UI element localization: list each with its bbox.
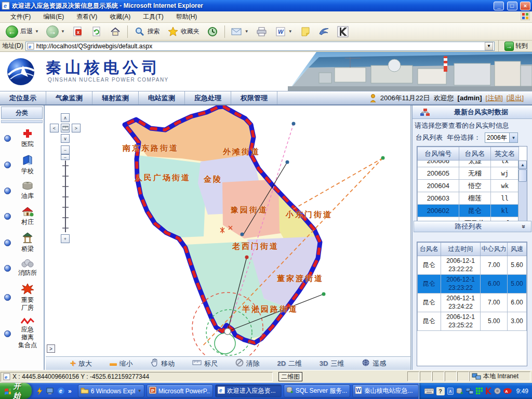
pan-right-button[interactable]: > xyxy=(72,124,81,132)
quicklaunch-more-icon[interactable]: » xyxy=(68,388,72,395)
scroll-up-icon[interactable]: ▲ xyxy=(518,161,527,169)
task-button-2[interactable]: e欢迎进入应急资... xyxy=(215,384,282,397)
quicklaunch-ie-icon[interactable]: e xyxy=(57,387,65,395)
start-button[interactable]: 开始 xyxy=(0,383,32,399)
sidebar-item-fire-station[interactable]: 消防所 xyxy=(0,256,44,280)
nav-tab-3[interactable]: 电站监测 xyxy=(139,91,185,104)
back-dropdown-icon[interactable]: ▼ xyxy=(35,29,39,34)
path-row[interactable]: 昆仑2006-12-1 23:22:227.005.60 xyxy=(418,256,527,275)
note-button[interactable] xyxy=(297,25,314,38)
forward-dropdown-icon[interactable]: ▼ xyxy=(61,29,65,34)
sidebar-item-school[interactable]: 学校 xyxy=(0,151,44,178)
pan-up-button[interactable]: ∧ xyxy=(61,113,70,122)
antivirus-k-tray-icon[interactable] xyxy=(485,388,491,394)
sidebar-item-bridge[interactable]: 桥梁 xyxy=(0,229,44,256)
back-button[interactable]: ← 后退 ▼ xyxy=(3,24,42,39)
pan-left-button[interactable]: < xyxy=(50,124,59,132)
zoom-slider-handle[interactable]: − xyxy=(61,154,70,160)
k-tool-button[interactable] xyxy=(335,25,351,38)
address-dropdown-icon[interactable]: ▼ xyxy=(485,42,493,50)
path-row[interactable]: 昆仑2006-12-1 23:23:226.005.00 xyxy=(418,275,527,294)
nav-tab-1[interactable]: 气象监测 xyxy=(46,91,92,104)
close-button[interactable]: × xyxy=(520,2,530,10)
typhoon-row[interactable]: 200603榴莲ll xyxy=(418,192,519,205)
stop-button[interactable]: x xyxy=(70,25,86,38)
map-tool-clear[interactable]: 清除 xyxy=(235,358,260,368)
task-button-1[interactable]: PMicrosoft PowerP... xyxy=(147,384,213,397)
typhoon-center-point[interactable] xyxy=(224,328,231,335)
map-tool-view-3d[interactable]: 3D三维 xyxy=(320,359,344,368)
minimize-button[interactable]: _ xyxy=(494,2,504,10)
menu-item-1[interactable]: 编辑(E) xyxy=(37,12,70,21)
scroll-thumb[interactable] xyxy=(518,169,527,182)
district-map[interactable] xyxy=(46,105,410,356)
menu-item-4[interactable]: 工具(T) xyxy=(137,12,169,21)
forward-button[interactable]: → ▼ xyxy=(44,24,68,39)
maximize-button[interactable]: □ xyxy=(507,2,517,10)
task-button-3[interactable]: SQL Server 服务... xyxy=(284,384,350,397)
sidebar-item-village[interactable]: 村庄 xyxy=(0,203,44,229)
menu-item-3[interactable]: 收藏(A) xyxy=(103,12,137,21)
nav-tab-2[interactable]: 辐射监测 xyxy=(92,91,139,104)
tray-chevron-icon[interactable]: ∧ xyxy=(447,388,454,395)
map-tool-view-2d[interactable]: 2D二维 xyxy=(277,359,302,368)
center-button[interactable] xyxy=(61,124,70,132)
sidebar-item-hospital[interactable]: 医院 xyxy=(0,125,44,151)
track-point[interactable] xyxy=(381,156,385,160)
typhoon-row[interactable]: 200605无稽wj xyxy=(418,167,519,180)
mail-dropdown-icon[interactable]: ▼ xyxy=(245,29,249,34)
home-button[interactable] xyxy=(107,25,124,38)
path-list-bar[interactable]: 路径列表 » xyxy=(414,221,531,232)
map-canvas[interactable]: 南京东路街道外滩街道人民广场街道金陵豫园街道小东门街道老西门街道董家渡街道半淞园… xyxy=(46,105,410,370)
typhoon-row[interactable]: 200602昆仑kl xyxy=(418,205,519,217)
history-button[interactable] xyxy=(204,25,221,38)
address-input[interactable]: e http://localhost/QSgridwebgis/default.… xyxy=(25,42,495,51)
sql-tray-icon[interactable] xyxy=(456,388,463,395)
exit-link[interactable]: [退出] xyxy=(507,94,524,103)
track-point[interactable] xyxy=(322,292,326,296)
typhoon-row[interactable]: 200604悟空wk xyxy=(418,180,519,192)
task-button-0[interactable]: 6 Windows Expl...▼ xyxy=(78,384,144,397)
sidebar-title[interactable]: 分类 xyxy=(1,107,43,119)
zoom-out-step-button[interactable]: − xyxy=(61,145,70,154)
print-button[interactable] xyxy=(254,25,270,38)
keyboard-tray-icon[interactable] xyxy=(424,388,434,394)
sidebar-item-assembly-point[interactable]: 应急 撤离 集合点 xyxy=(0,315,44,352)
year-dropdown-icon[interactable]: ▼ xyxy=(509,133,517,142)
task-button-4[interactable]: W秦山核电站应急... xyxy=(352,384,419,397)
zoom-slider-track[interactable] xyxy=(61,161,70,232)
go-button[interactable]: → 转到 xyxy=(502,42,530,51)
edit-word-button[interactable]: W ▼ xyxy=(272,25,295,38)
refresh-button[interactable] xyxy=(88,25,105,38)
year-select[interactable]: 2006年 ▼ xyxy=(485,132,518,143)
quicklaunch-desktop-icon[interactable] xyxy=(46,387,54,395)
path-row[interactable]: 昆仑2006-12-1 23:25:225.003.00 xyxy=(418,312,527,331)
track-point[interactable] xyxy=(241,233,244,236)
mail-button[interactable]: ▼ xyxy=(229,25,251,38)
map-tool-remote-sensing[interactable]: 遥感 xyxy=(362,358,386,368)
panel-expand-button[interactable]: > xyxy=(47,344,55,353)
typhoon-table-scrollbar[interactable]: ▲ ▼ xyxy=(518,161,527,229)
help-tray-icon[interactable]: ? xyxy=(436,387,445,395)
track-point[interactable] xyxy=(286,161,289,164)
volume-tray-icon[interactable] xyxy=(494,388,501,394)
search-button[interactable]: 搜索 xyxy=(131,25,163,38)
pan-down-button[interactable]: ∨ xyxy=(61,134,70,143)
menu-item-0[interactable]: 文件(F) xyxy=(4,12,37,21)
ati-tray-icon[interactable]: A xyxy=(503,388,512,394)
map-tool-zoom-in[interactable]: +放大 xyxy=(70,359,92,368)
map-tool-zoom-out[interactable]: 缩小 xyxy=(110,359,133,368)
nav-tab-5[interactable]: 权限管理 xyxy=(231,91,277,104)
logout-link[interactable]: [注销] xyxy=(486,94,503,103)
quicklaunch-bolt-icon[interactable] xyxy=(36,387,43,395)
grid-tray-icon[interactable] xyxy=(476,388,483,394)
nav-tab-4[interactable]: 应急处理 xyxy=(185,91,231,104)
map-tool-ruler[interactable]: 标尺 xyxy=(192,359,218,368)
path-row[interactable]: 昆仑2006-12-1 23:24:227.006.00 xyxy=(418,294,527,312)
typhoon-row[interactable]: 200606太虚tx xyxy=(418,161,519,167)
menu-item-2[interactable]: 查看(V) xyxy=(70,12,103,21)
sidebar-item-oil-depot[interactable]: 油库 xyxy=(0,178,44,203)
map-tool-pan[interactable]: 移动 xyxy=(150,358,175,368)
track-point[interactable] xyxy=(245,256,249,259)
menu-item-5[interactable]: 帮助(H) xyxy=(170,12,204,21)
